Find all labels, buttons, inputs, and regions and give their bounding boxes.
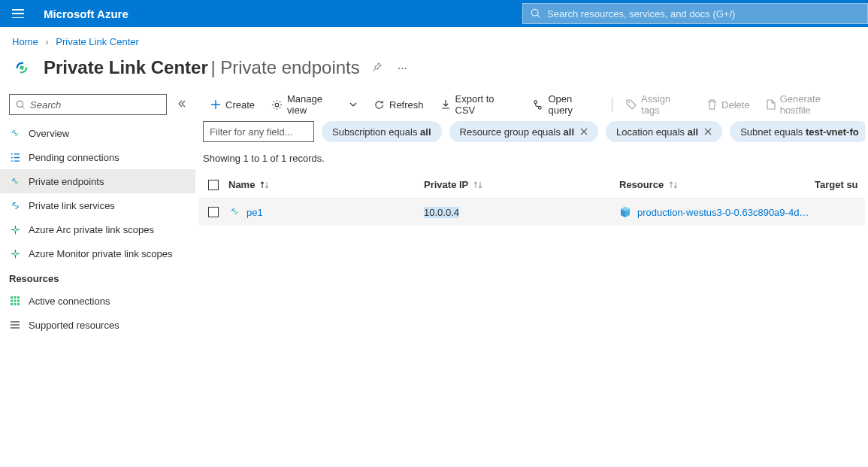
filter-pill-location[interactable]: Location equals all [606,121,722,142]
svg-point-20 [539,106,542,109]
filter-bar: Subscription equals all Resource group e… [198,121,865,153]
svg-rect-14 [17,300,20,302]
delete-button[interactable]: Delete [700,92,758,117]
sidebar-search[interactable] [9,94,167,115]
filter-input[interactable] [203,121,314,142]
row-checkbox[interactable] [208,207,219,217]
breadcrumb: Home › Private Link Center [0,27,868,52]
manage-view-label: Manage view [287,93,343,116]
svg-point-6 [14,180,16,182]
sidebar-item-arc-scopes[interactable]: Azure Arc private link scopes [0,217,195,241]
sidebar-item-monitor-scopes[interactable]: Azure Monitor private link scopes [0,241,195,265]
blade-header: Private Link Center | Private endpoints … [0,52,868,88]
global-search-input[interactable] [547,8,860,20]
sort-icon [259,180,270,190]
sidebar-item-link-services[interactable]: Private link services [0,193,195,217]
chevron-right-icon: › [45,36,48,47]
svg-point-8 [14,252,17,255]
svg-rect-11 [17,296,20,299]
generate-hostfile-button[interactable]: Generate hostfile [759,92,860,117]
list-icon [9,319,21,331]
breadcrumb-home[interactable]: Home [12,36,38,47]
open-query-button[interactable]: Open query [525,92,606,117]
open-query-label: Open query [548,93,598,116]
column-header-private-ip[interactable]: Private IP [424,179,619,190]
row-name-link[interactable]: pe1 [246,207,263,218]
endpoint-icon [9,175,21,187]
svg-point-7 [14,228,17,231]
svg-point-3 [17,101,23,107]
hamburger-icon [12,9,24,18]
sidebar-item-active-connections[interactable]: Active connections [0,289,195,313]
sidebar-item-pending[interactable]: Pending connections [0,145,195,169]
refresh-button[interactable]: Refresh [366,92,431,117]
select-all-checkbox[interactable] [208,180,219,190]
filter-pill-subnet[interactable]: Subnet equals test-vnet-fo [730,121,865,142]
sidebar-search-input[interactable] [30,99,160,111]
collapse-sidebar-button[interactable] [177,99,186,111]
sidebar-item-label: Overview [29,128,69,139]
cube-icon [619,206,631,218]
file-icon [767,99,776,110]
plus-icon [210,99,221,110]
more-icon[interactable]: ⋯ [395,59,410,77]
page-title: Private Link Center [44,57,208,77]
main-content: Create Manage view Refresh Export to CSV… [195,88,868,343]
sidebar: Overview Pending connections Private end… [0,88,195,343]
filter-pill-subscription[interactable]: Subscription equals all [322,121,442,142]
sidebar-item-private-endpoints[interactable]: Private endpoints [0,169,195,193]
svg-rect-17 [17,303,20,305]
row-private-ip: 10.0.0.4 [424,207,459,218]
manage-view-button[interactable]: Manage view [264,92,364,117]
svg-rect-9 [11,296,13,299]
svg-point-21 [628,102,630,103]
sidebar-item-label: Pending connections [29,152,119,163]
download-icon [440,99,451,110]
search-icon [531,8,541,19]
sidebar-item-label: Private link services [29,200,115,211]
column-header-target[interactable]: Target su [815,179,865,190]
sidebar-item-label: Active connections [29,296,110,307]
row-resource-link[interactable]: production-westus3-0-0.63c890a9-4d… [637,207,809,218]
column-header-name[interactable]: Name [228,179,424,190]
list-check-icon [9,151,21,163]
close-icon[interactable] [704,126,712,138]
sort-icon [668,180,679,190]
arc-icon [9,223,21,235]
global-search[interactable] [522,3,868,24]
svg-line-4 [23,106,25,108]
export-csv-label: Export to CSV [455,93,516,116]
toolbar-separator [612,97,612,112]
hamburger-menu[interactable] [0,0,36,27]
svg-rect-12 [11,300,13,302]
private-link-icon [9,55,35,80]
table-row[interactable]: pe1 10.0.0.4 production-westus3-0-0.63c8… [198,199,865,226]
sidebar-item-supported-resources[interactable]: Supported resources [0,313,195,337]
sort-icon [473,180,483,190]
endpoint-icon [228,205,240,220]
export-csv-button[interactable]: Export to CSV [433,92,524,117]
create-label: Create [225,99,255,111]
sidebar-item-label: Azure Monitor private link scopes [29,248,172,259]
chevron-down-icon [349,101,357,108]
monitor-icon [9,247,21,259]
assign-tags-button[interactable]: Assign tags [618,92,698,117]
svg-rect-15 [11,303,13,305]
overview-icon [9,127,21,139]
svg-point-5 [14,132,16,134]
pin-icon[interactable] [369,59,386,77]
records-count: Showing 1 to 1 of 1 records. [198,153,865,171]
breadcrumb-current[interactable]: Private Link Center [56,36,139,47]
toolbar: Create Manage view Refresh Export to CSV… [198,88,865,121]
svg-rect-10 [14,296,17,299]
filter-pill-resource-group[interactable]: Resource group equals all [449,121,599,142]
sidebar-item-label: Azure Arc private link scopes [29,224,154,235]
sidebar-item-overview[interactable]: Overview [0,121,195,145]
create-button[interactable]: Create [203,92,262,117]
gear-icon [271,99,283,111]
svg-point-18 [275,103,279,107]
column-header-resource[interactable]: Resource [619,179,815,190]
svg-line-1 [537,15,540,17]
close-icon[interactable] [580,126,588,138]
sidebar-item-label: Supported resources [29,320,119,331]
